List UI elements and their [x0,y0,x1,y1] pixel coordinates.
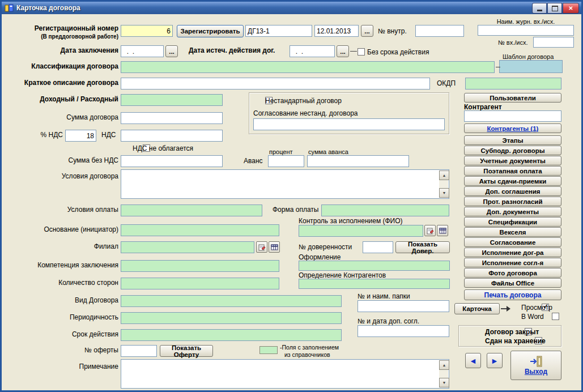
attorney-number-input[interactable] [363,241,393,253]
okdp-input[interactable] [465,78,561,90]
advance-sum-label: сумма аванса [308,148,348,156]
folder-input[interactable] [358,300,449,312]
execution-control-dictionary-button[interactable] [424,225,436,236]
contract-date-input[interactable] [314,25,359,37]
expiry-date-browse-button[interactable]: ... [337,45,349,57]
description-label: Краткое описание договора [6,79,118,87]
payment-terms-input[interactable] [121,204,262,216]
sidebar-button-approval[interactable]: Согласование [464,237,561,247]
sidebar-button-subcontracts[interactable]: Субподр. договоры [464,146,561,155]
attorney-number-label: № доверенности [299,244,352,252]
validity-input[interactable] [121,329,342,341]
vat-input[interactable] [121,130,223,142]
show-offer-button[interactable]: Показать Оферту [160,345,213,357]
print-contract-button[interactable]: Печать договора [464,289,561,300]
counterparty-input[interactable] [464,110,561,122]
contract-date-browse-button[interactable]: ... [361,25,373,37]
sidebar-button-acceptance-acts[interactable]: Акты сдачи-приемки [464,176,561,186]
journal-name-input[interactable] [478,25,574,36]
sidebar-button-agreement-execution[interactable]: Исполнение согл-я [464,258,561,267]
note-scrollbar[interactable] [439,360,448,387]
expiry-date-label: Дата истеч. действия дог. [189,47,275,55]
basis-input[interactable] [121,224,279,236]
note-label: Примечание [6,363,118,371]
sum-without-vat-input[interactable] [121,155,223,167]
description-input[interactable] [121,78,430,90]
execution-control-table-button[interactable] [437,225,448,236]
sidebar-button-accounting-docs[interactable]: Учетные документы [464,156,561,165]
app-icon [5,3,14,12]
nonstandard-approval-input[interactable] [253,118,445,130]
folder-label: № и наим. папки [358,293,410,301]
basis-label: Основание (инициатор) [6,226,118,234]
counterparty-definition-input[interactable] [299,279,450,289]
scroll-down-icon[interactable] [439,378,449,387]
formalization-input[interactable] [299,261,450,271]
branch-table-button[interactable] [269,241,280,253]
show-attorney-button[interactable]: Показать Довер. [395,241,450,253]
branch-input[interactable] [121,241,254,253]
sidebar-button-specifications[interactable]: Спецификации [464,217,561,227]
internal-number-input[interactable] [415,25,464,37]
sidebar-button-promissory-notes[interactable]: Векселя [464,227,561,237]
sidebar-button-staged-payment[interactable]: Поэтапная оплата [464,166,561,176]
close-button[interactable]: ✕ [563,3,579,14]
sidebar-button-additional-docs[interactable]: Доп. документы [464,207,561,216]
exit-button[interactable]: Выход [510,351,561,380]
sidebar-button-office-files[interactable]: Файлы Office [464,278,561,288]
minimize-button[interactable] [532,3,547,14]
advance-sum-input[interactable] [307,155,409,167]
contract-closed-label: Договор закрыт [485,328,539,336]
branch-label: Филиал [6,243,118,251]
advance-percent-input[interactable] [268,155,304,167]
template-box[interactable] [499,60,563,73]
sidebar-button-stages[interactable]: Этапы [464,135,561,145]
word-checkbox[interactable] [552,313,559,320]
addendum-input[interactable] [358,325,449,337]
advance-percent-label: процент [269,148,293,156]
vat-not-taxed-label: НДС не облагается [133,144,193,152]
nonstandard-approval-label: Согласование нестанд. договора [253,110,358,118]
card-arrow-icon [507,306,510,312]
next-record-button[interactable]: ► [487,353,503,368]
users-button[interactable]: Пользователи [464,93,561,103]
conclusion-date-input[interactable] [121,45,164,57]
scroll-up-icon[interactable] [439,360,449,370]
scroll-up-icon[interactable] [439,171,449,180]
vat-percent-input[interactable] [65,130,96,142]
table-icon [439,227,446,235]
contract-terms-scrollbar[interactable] [439,171,448,198]
card-button[interactable]: Карточка [454,303,500,314]
periodicity-input[interactable] [121,312,342,324]
prev-record-button[interactable]: ◄ [465,353,481,368]
parties-count-input[interactable] [121,278,279,289]
sidebar-button-addenda[interactable]: Доп. соглашения [464,186,561,196]
reg-number-input[interactable] [121,25,173,37]
conclusion-date-browse-button[interactable]: ... [165,45,178,57]
branch-dictionary-button[interactable] [256,241,267,253]
contract-card-window: Карточка договора ✕ Регистрационный номе… [0,0,583,392]
sidebar-button-contract-execution[interactable]: Исполнение дог-ра [464,248,561,257]
classification-input[interactable] [121,61,495,73]
contract-sum-input[interactable] [121,112,223,124]
scroll-down-icon[interactable] [439,188,449,198]
counterparties-button[interactable]: Контрагенты (1) [464,123,561,133]
expiry-date-input[interactable] [290,45,335,57]
payment-form-input[interactable] [321,204,449,216]
sidebar-button-disagreement-protocols[interactable]: Прот. разногласий [464,197,561,206]
offer-number-input[interactable] [121,345,157,357]
contract-kind-input[interactable] [121,295,342,307]
incoming-number-input[interactable] [533,37,574,48]
competence-input[interactable] [121,260,279,272]
contract-terms-textarea[interactable] [121,169,449,199]
execution-control-input[interactable] [299,225,423,237]
contract-number-input[interactable] [245,25,312,37]
payment-form-label: Форма оплаты [273,206,318,214]
income-expense-input[interactable] [121,94,223,106]
classification-label: Классификация договора [6,63,118,71]
register-button[interactable]: Зарегистрировать [177,25,244,37]
maximize-button[interactable] [547,3,562,14]
sidebar-button-contract-photo[interactable]: Фото договора [464,268,561,278]
note-textarea[interactable] [121,359,449,389]
no-term-checkbox[interactable] [358,48,365,56]
